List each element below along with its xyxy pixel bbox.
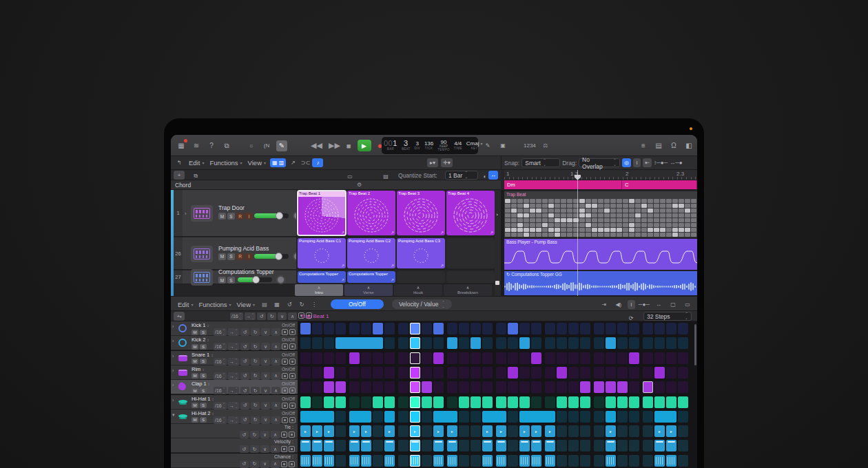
row-header[interactable]: ›Snare 1 ↕On/OffMS/16⌃⌄→⌃⌄↺↻∨∧ (171, 351, 298, 365)
drum-grid-cell[interactable] (666, 228, 672, 232)
step-cell[interactable] (398, 411, 409, 423)
step-cell[interactable] (410, 440, 420, 451)
step-cell[interactable]: ▸ (384, 425, 395, 437)
drum-grid-cell[interactable] (524, 204, 529, 208)
scene-trigger[interactable]: ∧Breakdown (444, 284, 492, 296)
snap-select[interactable]: Smart⌃⌄ (521, 158, 560, 167)
drum-grid-cell[interactable] (660, 223, 665, 227)
step-cell[interactable] (410, 411, 420, 423)
drum-grid-cell[interactable] (505, 223, 510, 227)
drum-grid-cell[interactable] (604, 228, 610, 232)
drum-grid-cell[interactable] (598, 213, 603, 217)
drum-grid-cell[interactable] (530, 209, 535, 213)
step-cell[interactable] (606, 323, 616, 334)
step-cell[interactable] (606, 381, 616, 393)
step-cell[interactable] (643, 440, 653, 451)
drum-grid-cell[interactable] (654, 199, 659, 203)
drum-grid-cell[interactable] (548, 233, 554, 237)
drum-grid-cell[interactable] (660, 218, 665, 222)
step-cell[interactable] (557, 367, 567, 379)
fill-button[interactable] (282, 417, 288, 423)
step-cell[interactable] (384, 352, 395, 364)
drum-grid-cell[interactable] (536, 209, 541, 213)
drum-grid-cell[interactable] (672, 199, 678, 203)
back-icon[interactable]: ↰ (174, 158, 185, 169)
step-cell[interactable] (324, 337, 334, 349)
row-direction-field[interactable]: →⌃⌄ (228, 328, 239, 336)
step-cell[interactable] (508, 440, 518, 451)
transpose-up-button[interactable]: ∧ (271, 372, 280, 380)
drum-grid-cell[interactable] (548, 223, 554, 227)
drum-grid-cell[interactable] (604, 233, 610, 237)
step-cell[interactable] (606, 352, 616, 364)
step-cell[interactable] (606, 396, 616, 408)
step-cell[interactable] (322, 411, 334, 423)
step-cell[interactable] (643, 455, 653, 467)
drum-grid-cell[interactable] (598, 209, 603, 213)
drum-grid-cell[interactable] (666, 233, 672, 237)
drum-grid-cell[interactable] (679, 204, 684, 208)
step-cell[interactable] (384, 381, 395, 393)
drum-grid-cell[interactable] (555, 233, 560, 237)
playhead-line[interactable] (577, 170, 578, 296)
step-cell[interactable] (678, 440, 688, 451)
transpose-down-button[interactable]: ∨ (261, 416, 270, 424)
drum-grid-cell[interactable] (629, 218, 634, 222)
snap-to-grid-icon[interactable]: ⇤ (643, 158, 652, 167)
transpose-up-button[interactable]: ∧ (271, 416, 280, 424)
drum-grid-cell[interactable] (685, 213, 690, 217)
step-cell[interactable] (617, 396, 628, 408)
step-cell[interactable] (471, 396, 481, 408)
step-cell[interactable] (324, 440, 334, 451)
drum-grid-cell[interactable] (548, 218, 554, 222)
chord-settings-icon[interactable]: ⚙ (357, 182, 362, 188)
step-cell[interactable] (373, 352, 383, 364)
step-cell[interactable] (360, 337, 371, 349)
step-cell[interactable] (300, 381, 311, 393)
step-grid-icon[interactable]: ▦ (271, 299, 282, 310)
step-cell[interactable] (654, 337, 665, 349)
rotate-left-button[interactable]: ↺ (240, 445, 249, 453)
step-cell[interactable] (384, 337, 395, 349)
step-cell[interactable] (545, 352, 555, 364)
step-cell[interactable] (545, 367, 555, 379)
step-cell[interactable] (482, 396, 493, 408)
drum-grid-cell[interactable] (641, 233, 647, 237)
step-cell[interactable] (300, 440, 311, 451)
drum-grid-cell[interactable] (654, 228, 659, 232)
clear-button[interactable] (289, 373, 296, 379)
step-cell[interactable] (373, 425, 383, 437)
step-cell[interactable] (594, 337, 604, 349)
step-cell[interactable] (666, 337, 676, 349)
step-cell[interactable] (361, 352, 371, 364)
step-cell[interactable] (349, 352, 360, 364)
count-in-icon[interactable]: 1234 (524, 140, 536, 151)
drum-grid-cell[interactable] (660, 209, 665, 213)
step-cell[interactable] (606, 337, 616, 349)
drum-grid-cell[interactable] (672, 213, 678, 217)
step-cell[interactable] (459, 425, 469, 437)
step-cell[interactable] (580, 425, 590, 437)
drum-grid-cell[interactable] (666, 199, 672, 203)
step-cell[interactable]: ▸ (496, 425, 506, 437)
drum-grid-cell[interactable] (536, 233, 541, 237)
step-cell[interactable] (312, 440, 322, 451)
step-cell[interactable] (300, 337, 311, 349)
forward-button[interactable]: ▶▶ (329, 141, 340, 150)
disclosure-icon[interactable]: › (185, 210, 187, 216)
pattern-region[interactable]: Trap Beat (504, 191, 697, 238)
window-view-icon[interactable]: ▭ (682, 299, 693, 310)
drum-grid-cell[interactable] (598, 218, 603, 222)
mono-stack-icon[interactable]: ⋮ (309, 299, 320, 310)
step-cell[interactable] (471, 455, 481, 467)
drum-grid-cell[interactable] (623, 209, 628, 213)
drum-grid-cell[interactable] (517, 223, 523, 227)
drum-grid-cell[interactable] (542, 209, 548, 213)
drum-grid-cell[interactable] (579, 209, 585, 213)
step-cell[interactable] (508, 455, 518, 467)
loop-browser-icon[interactable]: Ω (668, 140, 679, 151)
step-cell[interactable] (349, 323, 360, 334)
drum-grid-cell[interactable] (629, 204, 634, 208)
drum-grid-cell[interactable] (517, 204, 523, 208)
transpose-down-button[interactable]: ∨ (261, 343, 270, 350)
